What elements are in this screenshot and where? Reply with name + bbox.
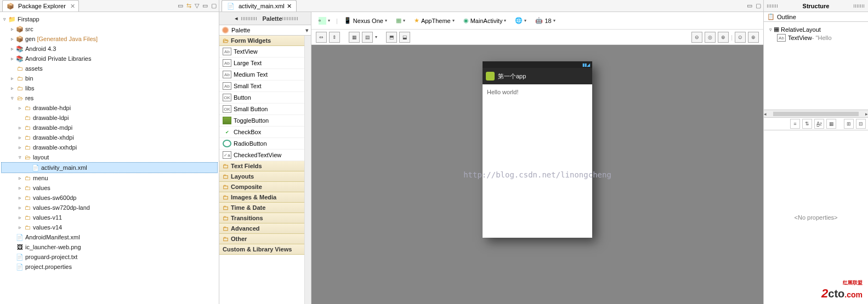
bin-node[interactable]: ▹🗀bin [1,73,218,83]
locale-select[interactable]: 🌐▾ [512,15,529,26]
cat-text-fields[interactable]: 🗀Text Fields [219,161,304,171]
proguard-node[interactable]: 📄proguard-project.txt [1,252,218,262]
drawable-xxhdpi-node[interactable]: ▹🗀drawable-xxhdpi [1,142,218,152]
menu-node[interactable]: ▹🗀menu [1,173,218,183]
scroll-right-icon[interactable]: ▸ [865,111,868,117]
device-select[interactable]: 📱Nexus One▾ [341,15,390,26]
widget-small-button[interactable]: OKSmall Button [219,104,304,115]
activity-select[interactable]: ◉MainActivity▾ [461,15,509,26]
manifest-node[interactable]: 📄AndroidManifest.xml [1,232,218,242]
folder-icon: 🗀 [23,143,32,152]
cat-layouts[interactable]: 🗀Layouts [219,171,304,182]
cat-transitions[interactable]: 🗀Transitions [219,213,304,223]
toggle-viewport-button[interactable]: ⇔ [316,32,327,43]
outline-relativelayout[interactable]: ▿▦ RelativeLayout [767,25,865,33]
preview-content[interactable]: Hello world! [483,84,592,238]
widget-small-text[interactable]: AbSmall Text [219,81,304,92]
config-select[interactable]: ▫▾ [316,15,333,26]
src-node[interactable]: ▹📦src [1,24,218,34]
link-editor-icon[interactable]: ⇆ [186,2,191,9]
zoom-actual-button[interactable]: ⊕ [748,32,759,43]
editor-tab-label: activity_main.xml [239,3,285,9]
collapse-left-icon[interactable]: ◂ [231,15,241,22]
cat-time-date[interactable]: 🗀Time & Date [219,203,304,213]
zoom-reset-button[interactable]: ◎ [705,32,716,43]
filter-button[interactable]: ≡ [790,119,800,129]
cat-form-widgets[interactable]: 🗁Form Widgets [219,36,304,46]
res-node[interactable]: ▿🗁res [1,93,218,103]
layout-node[interactable]: ▿🗁layout [1,152,218,162]
collapse-button[interactable]: ⊟ [856,119,866,129]
maximize-icon[interactable]: ▢ [211,2,217,9]
cat-images-media[interactable]: 🗀Images & Media [219,192,304,203]
category-button[interactable]: A̲z [814,119,824,129]
values-node[interactable]: ▹🗀values [1,183,218,193]
widget-radio-button[interactable]: RadioButton [219,138,304,150]
values-v14-node[interactable]: ▹🗀values-v14 [1,222,218,232]
editor-tab-activity-main[interactable]: 📄 activity_main.xml ✕ [222,0,297,12]
dropdown-icon[interactable]: ▾ [305,27,309,34]
gen-node[interactable]: ▹📦gen [Generated Java Files] [1,34,218,44]
palette-handle[interactable]: ◂ Palette [219,12,311,25]
close-icon[interactable]: ✕ [287,3,292,10]
minimize-icon[interactable]: ▭ [747,2,752,9]
libs-node[interactable]: ▹🗀libs [1,83,218,93]
drawable-hdpi-node[interactable]: ▹🗀drawable-hdpi [1,103,218,113]
widget-toggle-button[interactable]: ToggleButton [219,115,304,127]
layout-gravity-button[interactable]: ⬓ [399,32,410,43]
folder-icon: 🗀 [23,193,32,202]
folder-icon: 🗀 [23,123,32,132]
view-menu-icon[interactable]: ▽ [195,2,199,9]
values-sw720dp-land-node[interactable]: ▹🗀values-sw720dp-land [1,203,218,213]
minimize-icon[interactable]: ▭ [202,2,208,9]
text-file-icon: 📄 [15,262,24,271]
expand-button[interactable]: ⊞ [844,119,854,129]
launcher-png-node[interactable]: 🖼ic_launcher-web.png [1,242,218,252]
api-select[interactable]: 🤖18▾ [532,15,558,26]
widget-checked-textview[interactable]: ✓aCheckedTextView [219,150,304,161]
close-icon[interactable]: ✕ [70,3,75,10]
layout-canvas[interactable]: http://blog.csdn.net/linongcheng ▮▮◢ 第一个… [311,45,763,304]
cat-other[interactable]: 🗀Other [219,234,304,244]
widget-medium-text[interactable]: AbMedium Text [219,69,304,81]
project-node[interactable]: ▿📁Firstapp [1,14,218,24]
sort-button[interactable]: ⇅ [802,119,812,129]
drawable-xhdpi-node[interactable]: ▹🗀drawable-xhdpi [1,133,218,142]
scrollbar[interactable] [304,36,311,304]
preview-textview[interactable]: Hello world! [487,89,518,95]
cat-advanced[interactable]: 🗀Advanced [219,223,304,234]
project-props-node[interactable]: 📄project.properties [1,262,218,272]
emulate-size-button[interactable]: ▦ [349,32,360,43]
package-explorer-tab[interactable]: 📦 Package Explorer ✕ [2,0,79,12]
assets-node[interactable]: 🗀assets [1,64,218,73]
device-preview[interactable]: ▮▮◢ 第一个app Hello world! [483,61,592,238]
drawable-ldpi-node[interactable]: 🗀drawable-ldpi [1,113,218,123]
outline-textview[interactable]: AbTextView - "Hello [767,33,865,42]
orientation-select[interactable]: ▦▾ [393,15,408,26]
widget-button[interactable]: OKButton [219,92,304,104]
zoom-in-button[interactable]: ⊕ [718,32,729,43]
activity-main-node[interactable]: 📄activity_main.xml [1,162,218,173]
layout-margin-button[interactable]: ⬒ [386,32,397,43]
maximize-icon[interactable]: ▢ [756,2,761,9]
theme-select[interactable]: ★AppTheme▾ [411,15,457,26]
widget-textview[interactable]: AbTextView [219,46,304,58]
widget-checkbox[interactable]: ✔CheckBox [219,127,304,138]
advanced-button[interactable]: ▦ [826,119,836,129]
android-lib-node[interactable]: ▹📚Android 4.3 [1,44,218,54]
drawable-mdpi-node[interactable]: ▹🗀drawable-mdpi [1,123,218,133]
zoom-out-button[interactable]: ⊖ [691,32,702,43]
widget-large-text[interactable]: AbLarge Text [219,58,304,69]
cat-composite[interactable]: 🗀Composite [219,182,304,192]
private-libs-node[interactable]: ▹📚Android Private Libraries [1,54,218,64]
palette-selector[interactable]: Palette ▾ [219,25,311,36]
show-layout-button[interactable]: ▤ [362,32,373,43]
values-v11-node[interactable]: ▹🗀values-v11 [1,213,218,222]
zoom-fit-button[interactable]: ⊙ [735,32,746,43]
collapse-all-icon[interactable]: ▭ [178,2,183,9]
cat-custom[interactable]: Custom & Library Views [219,244,304,255]
scroll-left-icon[interactable]: ◂ [764,111,767,117]
scrollbar[interactable] [773,112,859,116]
toggle-height-button[interactable]: ⇕ [329,32,340,43]
values-sw600dp-node[interactable]: ▹🗀values-sw600dp [1,193,218,203]
